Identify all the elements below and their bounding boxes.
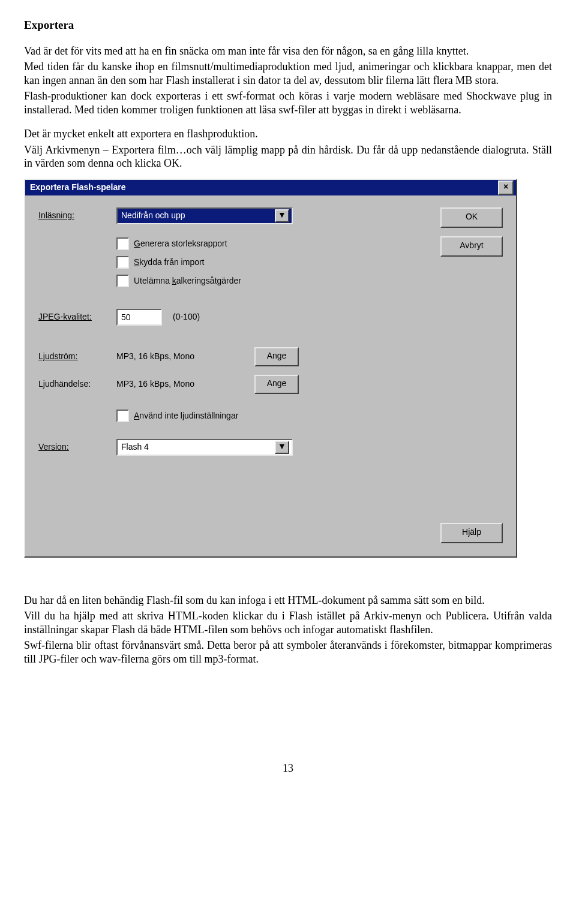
checkbox-utelamna[interactable] [116,275,129,287]
paragraph: Det är mycket enkelt att exportera en fl… [24,127,552,141]
label-ljudhandelse: Ljudhändelse: [38,379,116,390]
ange-button-stream[interactable]: Ange [254,347,299,366]
paragraph: Välj Arkivmenyn – Exportera film…och väl… [24,143,552,170]
help-button[interactable]: Hjälp [440,523,503,543]
paragraph: Vill du ha hjälp med att skriva HTML-kod… [24,609,552,636]
audio-stream-value: MP3, 16 kBps, Mono [116,351,254,362]
checkbox-label: Utelämna kalkeringsåtgärder [134,276,241,287]
dialog-title: Exportera Flash-spelare [30,182,498,193]
checkbox-label: Generera storleksrapport [134,239,227,249]
label-inlasning: Inläsning: [38,210,116,221]
checkbox-ljudinstallningar[interactable] [116,410,129,422]
dropdown-icon[interactable]: ▼ [275,441,289,454]
ange-button-event[interactable]: Ange [254,375,299,394]
cancel-button[interactable]: Avbryt [440,236,503,257]
label-jpeg: JPEG-kvalitet: [38,312,116,323]
dropdown-icon[interactable]: ▼ [275,209,289,222]
jpeg-range: (0-100) [173,312,200,323]
inlasning-select[interactable]: Nedifrån och upp ▼ [116,207,293,224]
jpeg-quality-input[interactable]: 50 [116,309,162,326]
label-ljudstrom: Ljudström: [38,351,116,362]
audio-event-value: MP3, 16 kBps, Mono [116,379,254,390]
version-value: Flash 4 [121,442,275,453]
page-number: 13 [24,762,552,775]
checkbox-skydda[interactable] [116,256,129,269]
version-select[interactable]: Flash 4 ▼ [116,439,293,456]
dialog-titlebar: Exportera Flash-spelare × [25,180,516,195]
paragraph: Swf-filerna blir oftast förvånansvärt sm… [24,639,552,666]
inlasning-value: Nedifrån och upp [121,210,275,221]
close-icon[interactable]: × [498,180,514,195]
paragraph: Vad är det för vits med att ha en fin sn… [24,44,552,58]
paragraph: Du har då en liten behändig Flash-fil so… [24,594,552,607]
section-heading: Exportera [24,18,552,32]
ok-button[interactable]: OK [440,207,503,228]
paragraph: Med tiden får du kanske ihop en filmsnut… [24,60,552,87]
export-dialog: Exportera Flash-spelare × OK Avbryt Inlä… [24,179,517,558]
checkbox-label: Använd inte ljudinställningar [134,411,238,422]
checkbox-generera[interactable] [116,237,129,250]
checkbox-label: Skydda från import [134,257,205,268]
label-version: Version: [38,442,116,453]
paragraph: Flash-produktioner kan dock exporteras i… [24,89,552,116]
